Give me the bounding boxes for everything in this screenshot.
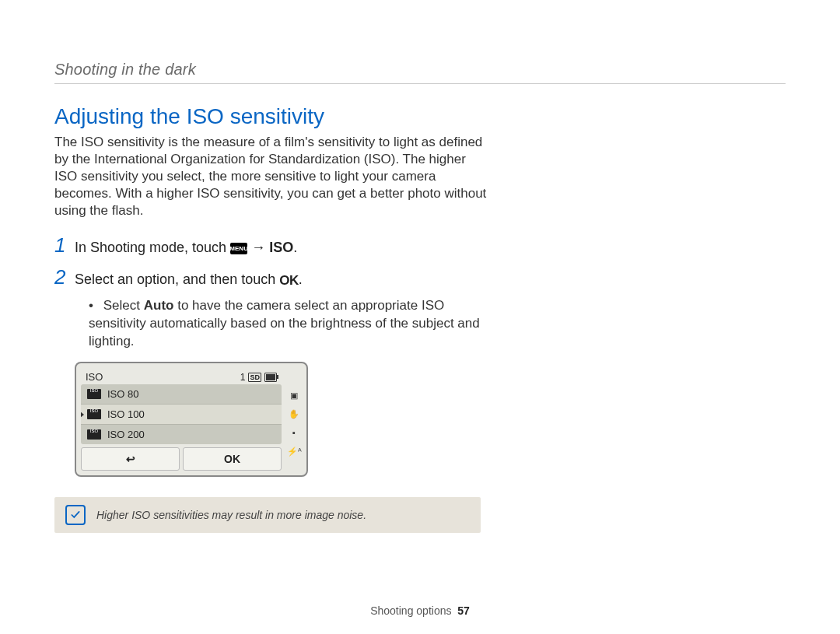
camera-screen: ISO 1 SD ISO 80	[75, 362, 308, 477]
step1-target: ISO	[269, 240, 293, 255]
list-item-label: ISO 200	[107, 429, 145, 440]
iso-icon	[87, 409, 101, 419]
step2-period: .	[299, 271, 303, 287]
list-item-iso80[interactable]: ISO 80	[81, 384, 282, 405]
side-indicator-strip: ▣ ✋ ▪ ⚡ᴬ	[286, 368, 302, 471]
shot-count: 1	[240, 372, 246, 383]
note-callout: Higher ISO sensitivities may result in m…	[54, 497, 481, 533]
subbullet-lead: Select	[103, 298, 144, 313]
screen-title: ISO	[86, 371, 103, 383]
ok-icon: OK	[279, 273, 299, 289]
list-item-iso100[interactable]: ISO 100	[81, 405, 282, 425]
arrow-glyph: →	[251, 240, 269, 255]
step-1: 1 In Shooting mode, touch MENU → ISO.	[54, 233, 786, 257]
selected-caret-icon	[81, 411, 84, 419]
indicator-icon: ▣	[288, 390, 300, 401]
ois-icon: ✋	[288, 408, 300, 419]
note-icon	[65, 505, 86, 525]
divider	[54, 83, 786, 84]
step-number: 1	[54, 233, 75, 257]
footer-section: Shooting options	[370, 604, 451, 617]
list-item-label: ISO 100	[107, 408, 145, 420]
footer-page-number: 57	[457, 604, 470, 617]
flash-auto-icon: ⚡ᴬ	[288, 446, 300, 457]
page-footer: Shooting options 57	[0, 604, 840, 617]
sub-bullet: • Select Auto to have the camera select …	[89, 297, 493, 351]
menu-icon: MENU	[230, 243, 247, 254]
page-heading: Adjusting the ISO sensitivity	[54, 104, 786, 129]
breadcrumb: Shooting in the dark	[54, 61, 786, 79]
list-item-label: ISO 80	[107, 388, 138, 400]
indicator-icon: ▪	[288, 427, 300, 438]
subbullet-bold: Auto	[144, 298, 174, 313]
iso-list[interactable]: ISO 80 ISO 100 ISO 200	[81, 384, 282, 444]
sd-icon: SD	[248, 373, 261, 382]
iso-icon	[87, 389, 101, 399]
step2-prefix: Select an option, and then touch	[75, 271, 279, 287]
step-text: Select an option, and then touch OK.	[75, 271, 303, 288]
note-text: Higher ISO sensitivities may result in m…	[96, 509, 366, 521]
step1-period: .	[293, 240, 297, 255]
list-item-iso200[interactable]: ISO 200	[81, 425, 282, 444]
intro-paragraph: The ISO sensitivity is the measure of a …	[54, 134, 490, 219]
step-2: 2 Select an option, and then touch OK.	[54, 265, 786, 289]
ok-button[interactable]: OK	[183, 447, 282, 471]
back-button[interactable]: ↩	[81, 447, 180, 471]
step-number: 2	[54, 265, 75, 289]
step-text: In Shooting mode, touch MENU → ISO.	[75, 240, 297, 256]
step1-prefix: In Shooting mode, touch	[75, 240, 230, 255]
iso-icon	[87, 429, 101, 440]
battery-icon	[264, 373, 277, 382]
